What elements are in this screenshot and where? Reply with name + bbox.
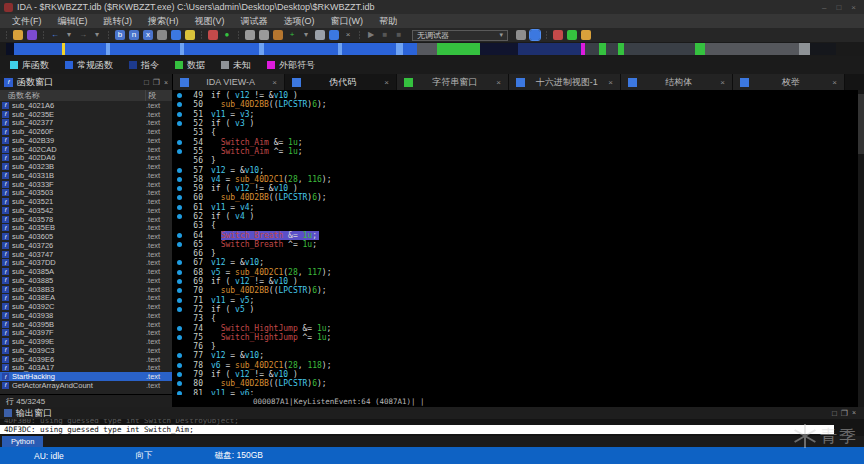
function-row[interactable]: fsub_402DA6.text bbox=[0, 154, 172, 163]
function-row[interactable]: fsub_40260F.text bbox=[0, 127, 172, 136]
function-row[interactable]: fsub_4021A6.text bbox=[0, 101, 172, 110]
tab-close-icon[interactable]: × bbox=[720, 78, 725, 87]
function-row[interactable]: fsub_40331B.text bbox=[0, 171, 172, 180]
breakpoint-list-icon[interactable] bbox=[208, 30, 218, 40]
breakpoint-dot[interactable] bbox=[177, 121, 182, 126]
function-row[interactable]: fsub_40333F.text bbox=[0, 180, 172, 189]
breakpoint-dot[interactable] bbox=[177, 177, 182, 182]
code-line[interactable]: 50 sub_40D2BB((LPCSTR)6); bbox=[173, 100, 864, 109]
function-row[interactable]: fsub_40392C.text bbox=[0, 302, 172, 311]
breakpoint-dot[interactable] bbox=[177, 326, 182, 331]
breakpoint-dot[interactable] bbox=[177, 298, 182, 303]
output-float-icon[interactable]: ❐ bbox=[841, 409, 848, 418]
breakpoint-gutter[interactable] bbox=[173, 214, 185, 219]
tab-字符串窗口[interactable]: 字符串窗口× bbox=[397, 74, 509, 90]
add-icon[interactable]: + bbox=[287, 30, 297, 40]
code-line[interactable]: 63{ bbox=[173, 221, 864, 230]
start-process-icon[interactable]: ▶ bbox=[366, 30, 376, 40]
output-log[interactable]: 4DF3B0: using guessed type int Switch_De… bbox=[0, 419, 864, 436]
menu-item-视图(V)[interactable]: 视图(V) bbox=[187, 14, 233, 28]
output-line-selected[interactable]: 4DF3DC: using guessed type int Switch_Ai… bbox=[0, 425, 834, 434]
code-line[interactable]: 58v4 = sub_40D2C1(28, 116); bbox=[173, 175, 864, 184]
breakpoint-gutter[interactable] bbox=[173, 149, 185, 154]
function-row[interactable]: fsub_403938.text bbox=[0, 311, 172, 320]
flag-icon[interactable] bbox=[581, 30, 591, 40]
code-line[interactable]: 71v11 = v5; bbox=[173, 296, 864, 305]
breakpoint-dot[interactable] bbox=[177, 363, 182, 368]
jump-xref-icon[interactable]: x bbox=[143, 30, 153, 40]
menu-item-调试器[interactable]: 调试器 bbox=[233, 14, 276, 28]
panel-close-icon[interactable]: × bbox=[164, 79, 168, 86]
code-line[interactable]: 75 Switch_HightJump ^= 1u; bbox=[173, 333, 864, 342]
open-file-icon[interactable] bbox=[13, 30, 23, 40]
code-line[interactable]: 49if ( v12 != &v10 ) bbox=[173, 91, 864, 100]
debugger-select[interactable]: 无调试器▾ bbox=[412, 30, 508, 41]
code-line[interactable]: 57v12 = &v10; bbox=[173, 165, 864, 174]
breakpoint-dot[interactable] bbox=[177, 93, 182, 98]
breakpoint-dot[interactable] bbox=[177, 242, 182, 247]
code-line[interactable]: 77v12 = &v10; bbox=[173, 351, 864, 360]
function-row[interactable]: fsub_4035EB.text bbox=[0, 224, 172, 233]
breakpoint-dot[interactable] bbox=[177, 270, 182, 275]
function-row[interactable]: fsub_403885.text bbox=[0, 276, 172, 285]
breakpoint-dot[interactable] bbox=[177, 353, 182, 358]
debugger-windows-icon[interactable] bbox=[530, 30, 540, 40]
close-icon[interactable]: × bbox=[851, 3, 856, 12]
menu-item-文件(F)[interactable]: 文件(F) bbox=[4, 14, 50, 28]
breakpoint-gutter[interactable] bbox=[173, 93, 185, 98]
gear-icon[interactable] bbox=[157, 30, 167, 40]
breakpoint-gutter[interactable] bbox=[173, 307, 185, 312]
code-line[interactable]: 76} bbox=[173, 342, 864, 351]
code-line[interactable]: 68v5 = sub_40D2C1(28, 117); bbox=[173, 268, 864, 277]
breakpoint-dot[interactable] bbox=[177, 205, 182, 210]
function-row[interactable]: fsub_4038B3.text bbox=[0, 285, 172, 294]
function-row[interactable]: fsub_40399E.text bbox=[0, 337, 172, 346]
breakpoint-gutter[interactable] bbox=[173, 102, 185, 107]
function-row[interactable]: fsub_403503.text bbox=[0, 189, 172, 198]
float-icon[interactable]: ❐ bbox=[153, 78, 160, 87]
delete-icon[interactable]: × bbox=[343, 30, 353, 40]
function-row[interactable]: fsub_403726.text bbox=[0, 241, 172, 250]
breakpoint-gutter[interactable] bbox=[173, 112, 185, 117]
breakpoint-gutter[interactable] bbox=[173, 326, 185, 331]
code-line[interactable]: 73{ bbox=[173, 314, 864, 323]
breakpoint-dot[interactable] bbox=[177, 168, 182, 173]
code-line[interactable]: 72if ( v5 ) bbox=[173, 305, 864, 314]
breakpoint-dot[interactable] bbox=[177, 372, 182, 377]
code-scrollbar-thumb[interactable] bbox=[858, 94, 864, 154]
function-row[interactable]: fsub_403605.text bbox=[0, 232, 172, 241]
breakpoint-dot[interactable] bbox=[177, 260, 182, 265]
function-row[interactable]: fsub_4037DD.text bbox=[0, 259, 172, 268]
menu-item-跳转(J)[interactable]: 跳转(J) bbox=[96, 14, 141, 28]
breakpoint-dot[interactable] bbox=[177, 186, 182, 191]
breakpoint-gutter[interactable] bbox=[173, 363, 185, 368]
code-line[interactable]: 69if ( v12 != &v10 ) bbox=[173, 277, 864, 286]
code-line[interactable]: 65 Switch_Breath ^= 1u; bbox=[173, 240, 864, 249]
forward-dropdown-icon[interactable]: ▾ bbox=[92, 30, 102, 40]
nav-back-icon[interactable]: ← bbox=[50, 30, 60, 40]
breakpoint-dot[interactable] bbox=[177, 149, 182, 154]
column-function-name[interactable]: 函数名称 bbox=[0, 90, 145, 101]
function-row[interactable]: fsub_403578.text bbox=[0, 215, 172, 224]
function-row[interactable]: fsub_4039E6.text bbox=[0, 355, 172, 364]
breakpoint-gutter[interactable] bbox=[173, 177, 185, 182]
code-line[interactable]: 51v11 = v3; bbox=[173, 110, 864, 119]
pen-icon[interactable] bbox=[171, 30, 181, 40]
breakpoint-dot[interactable] bbox=[177, 112, 182, 117]
breakpoint-gutter[interactable] bbox=[173, 121, 185, 126]
function-row[interactable]: fsub_40235E.text bbox=[0, 110, 172, 119]
attach-icon[interactable] bbox=[516, 30, 526, 40]
breakpoint-gutter[interactable] bbox=[173, 288, 185, 293]
code-line[interactable]: 74 Switch_HightJump &= 1u; bbox=[173, 323, 864, 332]
code-line[interactable]: 64 Switch_Breath &= 1u; bbox=[173, 230, 864, 239]
tab-枚举[interactable]: 枚举× bbox=[733, 74, 845, 90]
tab-结构体[interactable]: 结构体× bbox=[621, 74, 733, 90]
code-line[interactable]: 61v11 = v4; bbox=[173, 203, 864, 212]
menu-item-编辑(E)[interactable]: 编辑(E) bbox=[50, 14, 96, 28]
breakpoint-dot[interactable] bbox=[177, 102, 182, 107]
script-icon[interactable] bbox=[273, 30, 283, 40]
stop-process-icon[interactable]: ■ bbox=[394, 30, 404, 40]
code-scrollbar[interactable] bbox=[858, 90, 864, 407]
minimize-icon[interactable]: – bbox=[822, 3, 826, 12]
breakpoint-gutter[interactable] bbox=[173, 242, 185, 247]
